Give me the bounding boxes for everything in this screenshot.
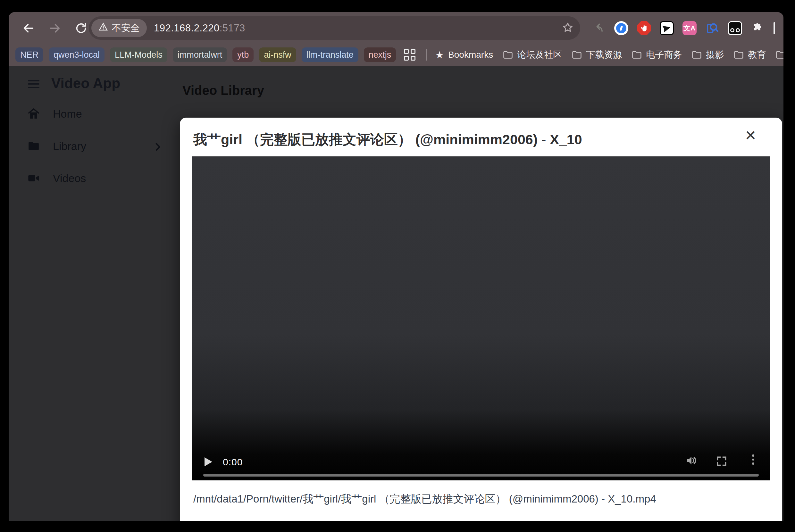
translate-glyph: 文A (683, 24, 696, 33)
home-icon (27, 107, 40, 120)
url-host: 192.168.2.220 (154, 22, 220, 34)
tab-group-immortalwrt[interactable]: immortalwrt (173, 48, 227, 62)
folder-icon (776, 51, 783, 59)
folder-icon (27, 140, 40, 153)
fullscreen-icon[interactable] (716, 455, 728, 469)
send-tab-arrow-icon[interactable] (591, 21, 606, 35)
address-bar[interactable]: 不安全 192.168.2.220:5173 (89, 16, 580, 40)
video-progress-bar[interactable] (203, 474, 759, 477)
bookmark-folder-education[interactable]: 教育 (734, 49, 766, 61)
sidebar-item-label: Library (53, 140, 86, 153)
sidebar-item-label: Videos (53, 172, 86, 185)
bookmarks-separator (426, 49, 427, 61)
bookmark-folder-downloads[interactable]: 下载资源 (572, 49, 622, 61)
sidebar-item-library[interactable]: Library (27, 140, 86, 153)
app-title: Video App (51, 75, 120, 91)
bookmarks-bar: NER qwen3-local LLM-Models immortalwrt y… (9, 44, 783, 66)
folder-label: 下载资源 (586, 49, 622, 61)
folder-icon (503, 51, 513, 59)
security-label: 不安全 (112, 22, 140, 35)
sidebar-item-home[interactable]: Home (27, 107, 82, 120)
bookmark-folder-good[interactable]: Good (776, 50, 783, 60)
security-chip[interactable]: 不安全 (91, 19, 147, 37)
sidebar-item-label: Home (53, 108, 82, 120)
current-time: 0:00 (223, 457, 243, 468)
bookmarks-folder-root[interactable]: ★ Bookmarks (435, 50, 493, 60)
browser-window: 不安全 192.168.2.220:5173 (9, 12, 783, 521)
video-modal: 我艹girl （完整版已放推文评论区） (@minimimm2006) - X_… (180, 118, 782, 521)
folder-icon (692, 51, 702, 59)
paper-plane-extension-icon[interactable] (660, 21, 674, 35)
more-options-icon[interactable] (752, 454, 754, 465)
bookmark-folder-ecommerce[interactable]: 电子商务 (632, 49, 682, 61)
sidebar-toggle-hamburger-icon[interactable] (28, 80, 39, 88)
tab-group-ner[interactable]: NER (15, 48, 43, 62)
page-content: Video App Home Library Videos Video Libr… (9, 66, 783, 521)
url-text[interactable]: 192.168.2.220:5173 (154, 22, 245, 34)
tab-group-nextjs[interactable]: nextjs (364, 48, 396, 62)
page-heading: Video Library (183, 83, 264, 98)
bookmark-star-icon[interactable] (562, 21, 574, 35)
chevron-right-icon[interactable] (152, 141, 163, 153)
back-icon[interactable] (21, 21, 36, 35)
bookmarks-star-icon: ★ (435, 50, 444, 60)
folder-label: 电子商务 (646, 49, 682, 61)
bookmarks-label: Bookmarks (448, 50, 493, 60)
video-camera-icon (27, 172, 40, 185)
close-icon[interactable]: ✕ (745, 129, 757, 142)
folder-icon (734, 51, 744, 59)
profile-edge-bar (774, 22, 775, 34)
extensions-cluster: 文A (591, 12, 775, 44)
apps-grid-icon[interactable] (404, 49, 415, 61)
doc-search-extension-icon[interactable] (705, 21, 719, 35)
folder-icon (632, 51, 642, 59)
video-file-path: /mnt/data1/Porn/twitter/我艹girl/我艹girl （完… (193, 492, 767, 506)
extensions-puzzle-icon[interactable] (751, 21, 765, 35)
browser-toolbar: 不安全 192.168.2.220:5173 (9, 12, 783, 44)
warning-icon (98, 22, 108, 34)
modal-title: 我艹girl （完整版已放推文评论区） (@minimimm2006) - X_… (193, 130, 732, 149)
sidebar-item-videos[interactable]: Videos (27, 172, 86, 185)
tab-group-llm-models[interactable]: LLM-Models (110, 48, 167, 62)
bookmark-folder-photography[interactable]: 摄影 (692, 49, 724, 61)
screenshot-stage: 不安全 192.168.2.220:5173 (0, 0, 795, 532)
forward-icon[interactable] (48, 21, 62, 35)
video-player[interactable]: 0:00 (192, 156, 770, 480)
reload-icon[interactable] (74, 21, 88, 35)
nav-buttons (21, 12, 88, 44)
volume-icon[interactable] (685, 454, 698, 469)
translate-extension-icon[interactable]: 文A (682, 21, 697, 35)
folder-label: 教育 (748, 49, 766, 61)
url-port: :5173 (220, 22, 245, 34)
folder-label: 摄影 (706, 49, 724, 61)
play-icon[interactable] (205, 457, 212, 466)
folder-icon (572, 51, 582, 59)
password-manager-extension-icon[interactable] (614, 21, 628, 35)
bookmark-folder-forums[interactable]: 论坛及社区 (503, 49, 562, 61)
tab-group-ai-nsfw[interactable]: ai-nsfw (259, 48, 296, 62)
tab-group-llm-translate[interactable]: llm-translate (302, 48, 358, 62)
tab-group-qwen3-local[interactable]: qwen3-local (49, 48, 105, 62)
tab-group-ytb[interactable]: ytb (232, 48, 253, 62)
folder-label: 论坛及社区 (517, 49, 562, 61)
adblock-hand-extension-icon[interactable] (637, 21, 651, 35)
oo-extension-icon[interactable] (728, 21, 742, 35)
